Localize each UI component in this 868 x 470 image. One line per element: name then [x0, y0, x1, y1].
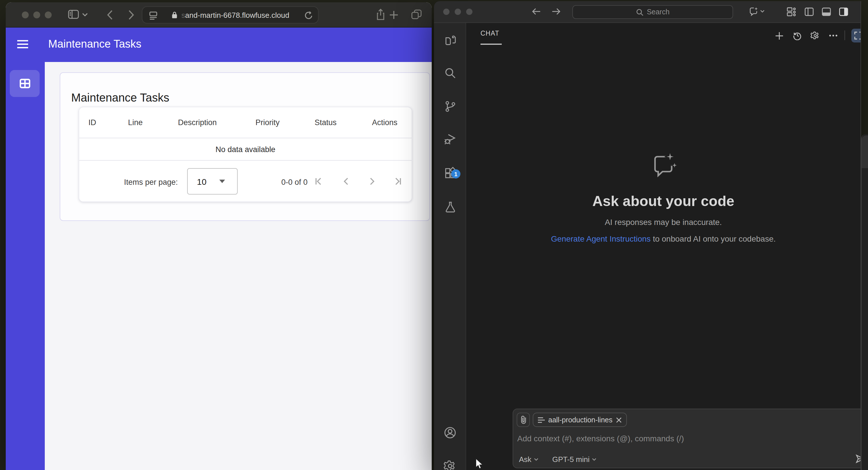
mode-dropdown[interactable]: Ask: [519, 455, 538, 464]
refresh-icon[interactable]: [304, 11, 313, 20]
chat-input-placeholder: Add context (#), extensions (@), command…: [517, 434, 684, 443]
safari-window: s and-martin-6678.flowfuse.cloud: [6, 2, 432, 470]
page-range-text: 0-0 of 0: [281, 178, 308, 187]
header-separator: [844, 30, 845, 40]
customize-layout-icon[interactable]: [786, 7, 796, 17]
paperclip-icon: [520, 415, 527, 424]
chevron-down-icon: [534, 458, 538, 461]
back-icon[interactable]: [532, 7, 541, 15]
address-bar[interactable]: s and-martin-6678.flowfuse.cloud: [142, 6, 319, 24]
sidebar-item-source-control[interactable]: [434, 95, 466, 118]
col-actions: Actions: [372, 118, 398, 127]
table-footer: Items per page: 10 0-0 of 0: [79, 161, 412, 202]
mouse-cursor: [475, 458, 484, 470]
chevron-down-icon[interactable]: [82, 12, 88, 17]
page-card: Maintenance Tasks ID Line Description Pr…: [60, 72, 430, 221]
search-icon: [636, 8, 643, 16]
list-icon: [538, 417, 545, 422]
extensions-badge: 1: [451, 169, 460, 179]
toggle-secondary-sidebar-icon[interactable]: [839, 7, 848, 17]
command-center-search[interactable]: Search: [572, 5, 733, 19]
items-per-page-select[interactable]: 10: [187, 168, 238, 194]
items-per-page-label: Items per page:: [124, 178, 178, 187]
empty-state-subtitle: AI responses may be inaccurate.: [466, 218, 861, 227]
reader-icon[interactable]: [148, 10, 158, 21]
sidebar-item-testing[interactable]: [434, 195, 466, 218]
sidebar-item-search[interactable]: [434, 61, 466, 84]
sidebar-item-tasks[interactable]: [10, 70, 40, 97]
send-icon: [856, 454, 861, 464]
background-window-scrollbar: [862, 135, 868, 168]
chevron-down-icon: [592, 458, 596, 461]
empty-state-title: Ask about your code: [466, 193, 861, 210]
forward-icon[interactable]: [552, 7, 561, 15]
zoom-traffic-light[interactable]: [45, 11, 52, 19]
next-page-icon[interactable]: [367, 176, 377, 187]
col-line: Line: [128, 118, 143, 127]
vscode-titlebar: Search: [434, 1, 861, 23]
app-header: Maintenance Tasks: [6, 28, 432, 62]
new-tab-icon[interactable]: [389, 10, 398, 20]
lock-icon: [171, 11, 178, 19]
sidebar-item-explorer[interactable]: [434, 29, 466, 52]
context-chip[interactable]: aall-production-lines: [533, 413, 627, 427]
sidebar-toggle-icon[interactable]: [68, 9, 79, 20]
send-button[interactable]: [856, 454, 861, 464]
close-traffic-light[interactable]: [22, 11, 29, 19]
hamburger-menu-icon[interactable]: [17, 40, 28, 49]
minimize-traffic-light[interactable]: [455, 9, 461, 15]
more-icon[interactable]: [826, 29, 840, 42]
safari-toolbar: s and-martin-6678.flowfuse.cloud: [6, 2, 432, 28]
model-dropdown[interactable]: GPT-5 mini: [552, 455, 596, 464]
context-chip-label: aall-production-lines: [548, 416, 613, 424]
account-button[interactable]: [434, 421, 466, 444]
background-window-sliver: [861, 134, 868, 470]
empty-row: No data available: [79, 138, 412, 161]
prev-page-icon[interactable]: [341, 176, 351, 187]
history-icon[interactable]: [790, 29, 804, 42]
maximize-icon[interactable]: [851, 29, 861, 42]
select-caret-icon: [219, 180, 225, 183]
tasks-table: ID Line Description Priority Status Acti…: [79, 107, 412, 202]
gear-icon: [443, 459, 457, 470]
table-header-row: ID Line Description Priority Status Acti…: [79, 107, 412, 138]
toggle-primary-sidebar-icon[interactable]: [804, 7, 814, 17]
gear-icon[interactable]: [808, 29, 822, 42]
share-icon[interactable]: [376, 9, 385, 21]
minimize-traffic-light[interactable]: [33, 11, 40, 19]
account-icon: [443, 426, 457, 440]
last-page-icon[interactable]: [393, 176, 403, 187]
page-title: Maintenance Tasks: [71, 91, 169, 104]
source-control-icon: [443, 100, 457, 113]
forward-icon[interactable]: [128, 10, 134, 20]
vscode-window: Search: [434, 1, 861, 470]
url-text: and-martin-6678.flowfuse.cloud: [185, 11, 289, 19]
close-traffic-light[interactable]: [443, 9, 450, 15]
app-sidebar: [6, 62, 45, 470]
first-page-icon[interactable]: [313, 176, 324, 187]
app-content: Maintenance Tasks ID Line Description Pr…: [45, 62, 432, 470]
tab-overview-icon[interactable]: [411, 9, 422, 20]
sidebar-item-extensions[interactable]: 1: [434, 161, 466, 184]
copilot-icon[interactable]: [749, 6, 765, 16]
col-status: Status: [315, 118, 337, 127]
back-icon[interactable]: [107, 10, 113, 20]
copilot-chat-sparkle-icon: [466, 150, 861, 180]
chat-input-container[interactable]: aall-production-lines Add context (#), e…: [513, 409, 861, 468]
toggle-panel-icon[interactable]: [822, 7, 831, 17]
mode-label: Ask: [519, 455, 531, 464]
items-per-page-value: 10: [197, 177, 206, 186]
new-chat-icon[interactable]: [772, 29, 786, 42]
sidebar-item-run-debug[interactable]: [434, 127, 466, 150]
zoom-traffic-light[interactable]: [466, 9, 472, 15]
chat-panel: CHAT: [466, 23, 861, 470]
tab-chat[interactable]: CHAT: [480, 30, 499, 37]
col-description: Description: [178, 118, 217, 127]
app-header-title: Maintenance Tasks: [48, 38, 142, 51]
run-debug-icon: [443, 132, 457, 146]
empty-text: No data available: [216, 145, 276, 154]
generate-agent-instructions-link[interactable]: Generate Agent Instructions: [551, 234, 651, 243]
close-icon[interactable]: [616, 417, 622, 422]
settings-button[interactable]: [434, 455, 466, 470]
attach-context-button[interactable]: [517, 413, 530, 427]
